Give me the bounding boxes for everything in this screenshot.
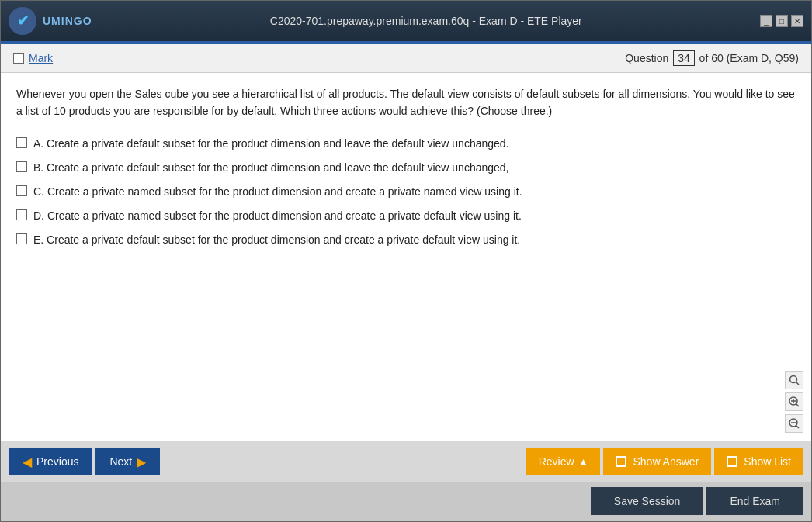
option-e-checkbox[interactable] — [16, 233, 27, 244]
mark-area: Mark — [13, 52, 53, 64]
option-a[interactable]: A. Create a private default subset for t… — [16, 136, 796, 152]
previous-label: Previous — [36, 455, 78, 468]
window-controls: _ □ ✕ — [760, 15, 803, 27]
title-bar-left: ✔ UMINGO — [9, 7, 92, 35]
option-e-text: E. Create a private default subset for t… — [33, 232, 520, 248]
nav-bar: ◀ Previous Next ▶ Review ▲ Show Answer S… — [1, 441, 811, 482]
question-total: of 60 (Exam D, Q59) — [699, 52, 799, 64]
mark-link[interactable]: Mark — [29, 52, 53, 64]
search-button[interactable] — [785, 371, 803, 389]
restore-button[interactable]: □ — [776, 15, 788, 27]
review-button[interactable]: Review ▲ — [526, 448, 601, 475]
svg-line-1 — [796, 382, 800, 385]
review-label: Review — [539, 455, 574, 468]
options-list: A. Create a private default subset for t… — [16, 136, 796, 248]
question-number: 34 — [673, 50, 695, 66]
next-button[interactable]: Next ▶ — [95, 448, 160, 475]
save-session-button[interactable]: Save Session — [591, 487, 704, 515]
show-answer-label: Show Answer — [633, 455, 699, 468]
option-e[interactable]: E. Create a private default subset for t… — [16, 232, 796, 248]
review-arrow-icon: ▲ — [579, 456, 588, 467]
option-b[interactable]: B. Create a private default subset for t… — [16, 160, 796, 176]
svg-point-0 — [790, 376, 797, 383]
option-a-checkbox[interactable] — [16, 137, 27, 148]
logo-check-icon: ✔ — [17, 12, 29, 29]
title-bar: ✔ UMINGO C2020-701.prepaway.premium.exam… — [1, 1, 811, 41]
option-a-text: A. Create a private default subset for t… — [33, 136, 509, 152]
content-area: Whenever you open the Sales cube you see… — [1, 73, 811, 441]
next-arrow-icon: ▶ — [137, 455, 146, 469]
app-title: C2020-701.prepaway.premium.exam.60q - Ex… — [92, 15, 760, 27]
show-answer-button[interactable]: Show Answer — [603, 448, 711, 475]
show-list-label: Show List — [744, 455, 791, 468]
prev-arrow-icon: ◀ — [23, 455, 32, 469]
question-header: Mark Question 34 of 60 (Exam D, Q59) — [1, 44, 811, 73]
end-exam-button[interactable]: End Exam — [706, 487, 803, 515]
show-list-button[interactable]: Show List — [714, 448, 803, 475]
zoom-in-button[interactable] — [785, 392, 803, 411]
question-info: Question 34 of 60 (Exam D, Q59) — [625, 50, 799, 66]
save-session-label: Save Session — [614, 495, 681, 507]
option-c-text: C. Create a private named subset for the… — [33, 184, 522, 200]
zoom-controls — [785, 371, 803, 433]
svg-line-7 — [796, 426, 800, 429]
option-d-text: D. Create a private named subset for the… — [33, 208, 522, 224]
minimize-button[interactable]: _ — [760, 15, 772, 27]
option-c-checkbox[interactable] — [16, 185, 27, 196]
option-d-checkbox[interactable] — [16, 209, 27, 220]
action-bar: Save Session End Exam — [1, 482, 811, 521]
option-b-text: B. Create a private default subset for t… — [33, 160, 509, 176]
option-b-checkbox[interactable] — [16, 161, 27, 172]
question-label: Question — [625, 52, 668, 64]
close-button[interactable]: ✕ — [791, 15, 803, 27]
logo-text: UMINGO — [43, 15, 92, 27]
previous-button[interactable]: ◀ Previous — [9, 448, 92, 475]
logo-icon: ✔ — [9, 7, 36, 35]
option-c[interactable]: C. Create a private named subset for the… — [16, 184, 796, 200]
show-answer-checkbox-icon — [616, 456, 626, 467]
main-window: ✔ UMINGO C2020-701.prepaway.premium.exam… — [0, 0, 812, 522]
next-label: Next — [109, 455, 132, 468]
option-d[interactable]: D. Create a private named subset for the… — [16, 208, 796, 224]
mark-checkbox[interactable] — [13, 53, 24, 64]
show-list-checkbox-icon — [727, 456, 737, 467]
question-text: Whenever you open the Sales cube you see… — [16, 85, 796, 120]
end-exam-label: End Exam — [730, 495, 780, 507]
svg-line-3 — [796, 404, 800, 407]
zoom-out-button[interactable] — [785, 414, 803, 433]
